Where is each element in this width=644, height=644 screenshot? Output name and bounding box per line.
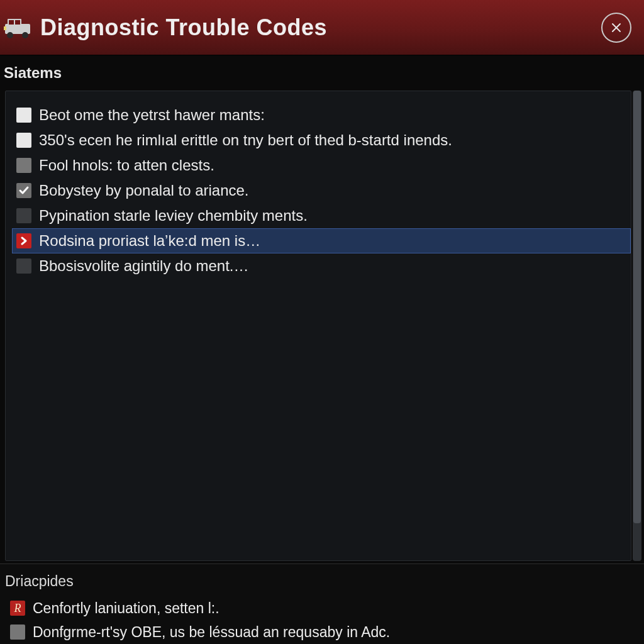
list-item-label: Pypination starle leviey chembity ments.	[39, 207, 308, 225]
checkbox-grey-icon	[16, 158, 31, 173]
systems-section-label: Siatems	[0, 55, 644, 88]
list-item-label: Beot ome the yetrst hawer mants:	[39, 106, 265, 124]
svg-rect-3	[15, 20, 20, 25]
list-item[interactable]: Beot ome the yetrst hawer mants:	[12, 103, 631, 128]
svg-rect-6	[4, 26, 6, 30]
list-item[interactable]: 350's ecen he rimlıal erittle on tny ber…	[12, 128, 631, 153]
list-item-label: Fool hnols: to atten clests.	[39, 157, 214, 174]
checkbox-empty-icon	[16, 108, 31, 123]
systems-list-area: Beot ome the yetrst hawer mants: 350's e…	[0, 88, 644, 564]
svg-point-4	[7, 32, 13, 38]
svg-rect-2	[9, 20, 14, 25]
list-item[interactable]: Bobystey by ponalal to ariance.	[12, 178, 631, 203]
header-bar: Diagnostic Trouble Codes	[0, 0, 644, 55]
systems-list-panel: Beot ome the yetrst hawer mants: 350's e…	[5, 91, 631, 561]
vertical-scrollbar[interactable]	[633, 91, 641, 561]
chevron-right-icon	[16, 233, 31, 248]
checkbox-empty-icon	[16, 133, 31, 148]
list-item-label: Donfgrme-rt'sy OBE, us be léssuad an req…	[33, 624, 390, 641]
vehicle-icon	[3, 13, 33, 43]
list-item[interactable]: Fool hnols: to atten clests.	[12, 153, 631, 178]
page-title: Diagnostic Trouble Codes	[40, 14, 601, 41]
scrollbar-track	[633, 91, 641, 561]
list-item[interactable]: Pypination starle leviey chembity ments.	[12, 203, 631, 228]
checkbox-dim-icon	[16, 258, 31, 274]
list-item-label: Bbosisvolite agintily do ment.…	[39, 257, 249, 275]
svg-point-5	[22, 32, 28, 38]
list-item-label: Bobystey by ponalal to ariance.	[39, 182, 249, 199]
list-item-label: Rodsina proriast la’ke:d men is…	[39, 232, 260, 250]
list-item-label: 350's ecen he rimlıal erittle on tny ber…	[39, 131, 452, 149]
driacpides-section: Driacpides R Cenfortly laniuation, sette…	[0, 564, 644, 644]
checkbox-checked-icon	[16, 183, 31, 198]
list-item[interactable]: Donfgrme-rt'sy OBE, us be léssuad an req…	[10, 620, 640, 644]
status-badge-icon: R	[10, 601, 25, 616]
list-item[interactable]: Bbosisvolite agintily do ment.…	[12, 253, 631, 279]
list-item-label: Cenfortly laniuation, setten l:.	[33, 600, 219, 617]
checkbox-dim-icon	[16, 208, 31, 223]
driacpides-list: R Cenfortly laniuation, setten l:. Donfg…	[4, 596, 640, 644]
driacpides-section-label: Driacpides	[4, 570, 640, 596]
list-item[interactable]: R Cenfortly laniuation, setten l:.	[10, 596, 640, 620]
checkbox-grey-icon	[10, 625, 25, 640]
close-button[interactable]	[601, 13, 631, 43]
scrollbar-thumb[interactable]	[633, 91, 641, 523]
list-item-selected[interactable]: Rodsina proriast la’ke:d men is…	[12, 228, 631, 253]
close-icon	[610, 21, 623, 34]
